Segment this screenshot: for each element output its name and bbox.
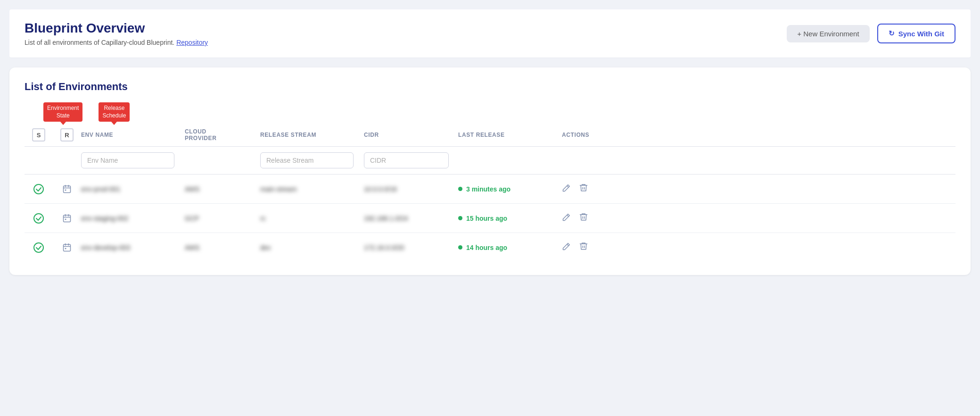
subtitle-text: List of all environments of Capillary-cl… (25, 39, 176, 46)
filter-cidr-col (364, 152, 458, 168)
sync-icon: ↻ (889, 29, 895, 38)
green-dot-row3 (458, 245, 462, 250)
env-name-row1: env-prod-001 (81, 185, 185, 193)
sync-with-git-button[interactable]: ↻ Sync With Git (877, 24, 955, 43)
release-stream-row1: main-stream (260, 185, 364, 193)
actions-row3 (562, 241, 618, 253)
table-row: env-prod-001 AWS main-stream 10.0.0.0/16… (25, 175, 955, 204)
delete-icon-row2[interactable] (579, 212, 588, 224)
edit-icon-row2[interactable] (562, 212, 571, 224)
col-header-cloud-provider: CLOUDPROVIDER (185, 128, 260, 141)
delete-icon-row3[interactable] (579, 241, 588, 253)
svg-point-6 (34, 243, 43, 252)
cloud-provider-row1: AWS (185, 185, 260, 193)
cidr-row1: 10.0.0.0/16 (364, 185, 458, 193)
table-row: env-staging-002 GCP rc 192.168.1.0/24 15… (25, 204, 955, 233)
tooltip-environment-state: EnvironmentState (43, 102, 82, 122)
cloud-provider-row3: AWS (185, 244, 260, 251)
header-actions: + New Environment ↻ Sync With Git (787, 24, 955, 43)
new-environment-button[interactable]: + New Environment (787, 25, 869, 42)
filter-env-name-col (81, 152, 185, 168)
col-badge-s: S (25, 128, 53, 141)
env-name-row2: env-staging-002 (81, 215, 185, 222)
svg-rect-1 (64, 186, 71, 192)
svg-rect-2 (65, 190, 66, 191)
filter-release-stream-col (260, 152, 364, 168)
page-title: Blueprint Overview (25, 21, 208, 36)
calendar-icon (53, 214, 81, 223)
tooltip-release-schedule: ReleaseSchedule (99, 102, 130, 122)
svg-rect-8 (65, 248, 66, 250)
delete-icon-row1[interactable] (579, 183, 588, 195)
env-name-row3: env-develop-003 (81, 244, 185, 251)
main-card: List of Environments EnvironmentState Re… (9, 67, 971, 275)
calendar-icon (53, 243, 81, 252)
table-row: env-develop-003 AWS dev 172.16.0.0/20 14… (25, 233, 955, 262)
svg-rect-4 (64, 215, 71, 222)
col-header-cidr: CIDR (364, 132, 458, 138)
cidr-row3: 172.16.0.0/20 (364, 244, 458, 251)
header-left: Blueprint Overview List of all environme… (25, 21, 208, 46)
column-headers: S R ENV NAME CLOUDPROVIDER RELEASE STREA… (25, 124, 955, 147)
actions-row1 (562, 183, 618, 195)
status-check-icon (25, 213, 53, 224)
svg-rect-7 (64, 244, 71, 251)
svg-point-0 (34, 184, 43, 194)
edit-icon-row1[interactable] (562, 183, 571, 195)
environments-table: EnvironmentState ReleaseSchedule S R ENV… (25, 102, 955, 262)
col-badge-r: R (53, 128, 81, 141)
page-header: Blueprint Overview List of all environme… (9, 9, 971, 58)
last-release-row1: 3 minutes ago (458, 185, 562, 193)
last-release-row2: 15 hours ago (458, 215, 562, 222)
cidr-filter[interactable] (364, 152, 449, 168)
col-header-release-stream: RELEASE STREAM (260, 132, 364, 138)
green-dot-row1 (458, 187, 462, 191)
badge-r: R (60, 128, 74, 141)
col-header-actions: ACTIONS (562, 132, 618, 138)
svg-rect-5 (65, 219, 66, 220)
page-subtitle: List of all environments of Capillary-cl… (25, 39, 208, 46)
release-stream-row3: dev (260, 244, 364, 251)
cidr-row2: 192.168.1.0/24 (364, 215, 458, 222)
section-title: List of Environments (25, 81, 955, 93)
green-dot-row2 (458, 216, 462, 220)
env-name-filter[interactable] (81, 152, 174, 168)
calendar-icon (53, 184, 81, 194)
status-check-icon (25, 242, 53, 253)
release-stream-filter[interactable] (260, 152, 354, 168)
cloud-provider-row2: GCP (185, 215, 260, 222)
sync-label: Sync With Git (898, 30, 944, 38)
col-header-env-name: ENV NAME (81, 132, 185, 138)
edit-icon-row3[interactable] (562, 241, 571, 253)
actions-row2 (562, 212, 618, 224)
filter-row (25, 147, 955, 175)
svg-point-3 (34, 214, 43, 223)
status-check-icon (25, 183, 53, 195)
badge-s: S (32, 128, 45, 141)
last-release-row3: 14 hours ago (458, 244, 562, 251)
repository-link[interactable]: Repository (176, 39, 208, 46)
col-header-last-release: LAST RELEASE (458, 132, 562, 138)
tooltip-row: EnvironmentState ReleaseSchedule (25, 102, 955, 122)
release-stream-row2: rc (260, 215, 364, 222)
